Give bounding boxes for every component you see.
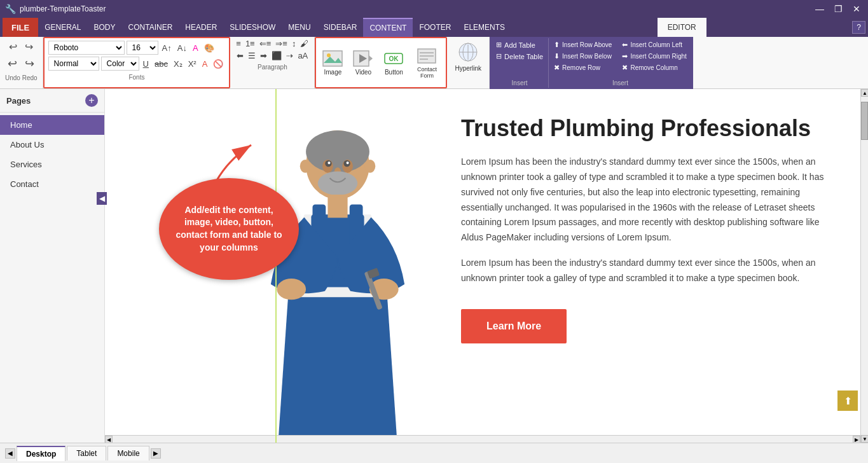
insert-contact-form-btn[interactable]: Contact Form xyxy=(411,46,442,80)
insert-image-btn[interactable]: Image xyxy=(320,48,345,77)
subscript-btn[interactable]: X₂ xyxy=(172,59,184,69)
format-size-btn[interactable]: aA xyxy=(296,50,310,61)
menu-body[interactable]: BODY xyxy=(88,18,122,37)
indent-btn[interactable]: ⇒≡ xyxy=(273,38,289,49)
menu-menu[interactable]: MENU xyxy=(282,18,317,37)
insert-video-btn[interactable]: Video xyxy=(350,48,376,77)
clear-format-btn[interactable]: 🚫 xyxy=(211,59,225,69)
hyperlink-icon xyxy=(457,41,479,64)
nav-home[interactable]: Home xyxy=(0,115,104,135)
superscript-btn[interactable]: X² xyxy=(186,59,198,69)
hero-title: Trusted Plumbing Professionals xyxy=(461,114,843,142)
menu-footer[interactable]: FOOTER xyxy=(413,18,457,37)
insert-col-left-btn[interactable]: ⬅ Insert Column Left xyxy=(619,39,689,50)
menu-content[interactable]: CONTENT xyxy=(363,18,413,37)
scroll-to-top-btn[interactable]: ⬆ xyxy=(837,390,858,411)
desktop-tab[interactable]: Desktop xyxy=(17,446,65,461)
font-color-btn[interactable]: 🎨 xyxy=(202,43,216,53)
menu-elements[interactable]: ELEMENTS xyxy=(457,18,511,37)
menu-sidebar[interactable]: SIDEBAR xyxy=(317,18,364,37)
image-icon xyxy=(322,50,343,67)
line-spacing-btn[interactable]: ↕ xyxy=(290,38,298,49)
fonts-section: Roboto 16 A↑ A↓ A 🎨 Normal Color U abc X… xyxy=(43,37,231,88)
svg-marker-4 xyxy=(369,55,373,62)
nav-about[interactable]: About Us xyxy=(0,135,104,155)
insert-button-btn[interactable]: OK Button xyxy=(381,48,406,77)
redo-btn2[interactable]: ↪ xyxy=(22,55,37,72)
h-scroll-left-btn[interactable]: ◀ xyxy=(105,436,113,443)
insert-row-above-icon: ⬆ xyxy=(554,41,560,49)
sidebar-header: Pages + xyxy=(0,89,104,113)
paint-btn[interactable]: 🖌 xyxy=(298,38,310,49)
align-center-btn[interactable]: ☰ xyxy=(246,50,258,61)
font-color-select[interactable]: Color xyxy=(101,57,139,71)
sidebar-collapse-btn[interactable]: ◀ xyxy=(97,192,107,205)
tab-scroll-right-btn[interactable]: ▶ xyxy=(151,448,161,459)
insert-row-below-btn[interactable]: ⬇ Insert Row Below xyxy=(551,51,614,62)
tablet-tab[interactable]: Tablet xyxy=(67,446,106,460)
nav-services[interactable]: Services xyxy=(0,155,104,174)
mobile-tab[interactable]: Mobile xyxy=(107,446,149,460)
undo-btn2[interactable]: ↩ xyxy=(5,55,20,72)
video-label: Video xyxy=(355,69,371,76)
undo-btn[interactable]: ↩ xyxy=(6,39,20,54)
remove-row-btn[interactable]: ✖ Remove Row xyxy=(551,62,614,73)
add-table-btn[interactable]: ⊞ Add Table xyxy=(493,39,546,50)
font-color2-btn[interactable]: A xyxy=(200,59,210,69)
minimize-btn[interactable]: — xyxy=(813,4,827,14)
indent2-btn[interactable]: ⇢ xyxy=(284,50,295,61)
font-size-up-btn[interactable]: A↑ xyxy=(160,43,174,53)
list-unordered-btn[interactable]: ≡ xyxy=(234,38,243,49)
align-right-btn[interactable]: ➡ xyxy=(258,50,269,61)
tab-scroll-left-btn[interactable]: ◀ xyxy=(5,448,15,459)
font-style-select[interactable]: Normal xyxy=(48,57,99,71)
sidebar-add-btn[interactable]: + xyxy=(85,94,98,107)
svg-text:OK: OK xyxy=(389,55,399,62)
insert-section-label: Insert xyxy=(551,79,689,86)
delete-table-btn[interactable]: ⊟ Delete Table xyxy=(493,51,546,62)
font-size-select[interactable]: 16 xyxy=(127,41,158,55)
maximize-btn[interactable]: ❐ xyxy=(832,4,845,14)
underline-btn[interactable]: U xyxy=(141,59,151,69)
button-icon: OK xyxy=(383,50,404,67)
v-scroll-down-btn[interactable]: ▼ xyxy=(861,435,868,443)
list-ordered-btn[interactable]: 1≡ xyxy=(244,38,257,49)
nav-contact[interactable]: Contact xyxy=(0,174,104,194)
undo-redo-section: ↩ ↪ ↩ ↪ Undo Redo xyxy=(0,37,43,88)
insert-row-above-btn[interactable]: ⬆ Insert Row Above xyxy=(551,39,614,50)
app-icon: 🔧 xyxy=(5,4,16,14)
menu-container[interactable]: CONTAINER xyxy=(122,18,179,37)
v-scrollbar: ▲ ▼ xyxy=(860,89,868,443)
align-justify-btn[interactable]: ⬛ xyxy=(270,50,284,61)
toolbar: ↩ ↪ ↩ ↪ Undo Redo Roboto 16 A↑ A↓ A 🎨 No… xyxy=(0,37,868,89)
font-family-select[interactable]: Roboto xyxy=(48,41,125,55)
delete-table-icon: ⊟ xyxy=(496,52,502,60)
strikethrough-btn[interactable]: abc xyxy=(153,59,170,69)
hero-section: Add/edit the content, image, video, butt… xyxy=(105,89,868,443)
remove-col-btn[interactable]: ✖ Remove Column xyxy=(619,62,689,73)
insert-rows-section: ⬆ Insert Row Above ⬇ Insert Row Below ✖ … xyxy=(549,38,692,88)
highlight-btn[interactable]: A xyxy=(191,43,200,53)
h-scroll-right-btn[interactable]: ▶ xyxy=(853,436,860,443)
menu-header[interactable]: HEADER xyxy=(179,18,223,37)
paragraph-section: ≡ 1≡ ⇐≡ ⇒≡ ↕ 🖌 ⬅ ☰ ➡ ⬛ ⇢ aA Paragraph xyxy=(230,37,315,88)
remove-col-icon: ✖ xyxy=(622,64,628,72)
align-left-btn[interactable]: ⬅ xyxy=(235,50,245,61)
v-scrollbar-thumb[interactable] xyxy=(861,102,868,140)
menu-editor-tab[interactable]: EDITOR xyxy=(658,18,706,37)
menu-general[interactable]: GENERAL xyxy=(38,18,87,37)
annotation: Add/edit the content, image, video, butt… xyxy=(159,178,299,280)
outdent-btn[interactable]: ⇐≡ xyxy=(258,38,273,49)
svg-point-27 xyxy=(300,160,311,173)
close-btn[interactable]: ✕ xyxy=(850,4,863,14)
file-menu[interactable]: FILE xyxy=(3,18,38,37)
fonts-label: Fonts xyxy=(48,74,226,81)
menu-slideshow[interactable]: SLIDESHOW xyxy=(223,18,282,37)
redo-btn[interactable]: ↪ xyxy=(22,39,36,54)
learn-more-btn[interactable]: Learn More xyxy=(461,309,567,343)
v-scroll-up-btn[interactable]: ▲ xyxy=(861,89,868,97)
font-size-down-btn[interactable]: A↓ xyxy=(176,43,189,53)
insert-hyperlink-btn[interactable]: Hyperlink xyxy=(452,39,484,73)
insert-col-right-btn[interactable]: ➡ Insert Column Right xyxy=(619,51,689,62)
help-btn[interactable]: ? xyxy=(852,21,865,34)
